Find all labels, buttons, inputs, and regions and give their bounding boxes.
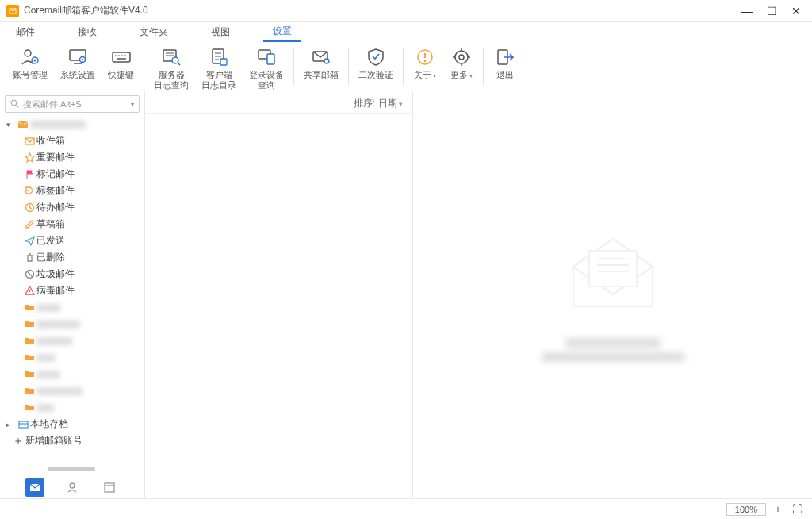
maximize-button[interactable]: ☐ <box>767 5 777 17</box>
tree-folder[interactable] <box>0 366 144 383</box>
tree-sent[interactable]: 已发送 <box>0 233 144 249</box>
folder-tree: ▾ 收件箱 重要邮件 标记邮件 标签邮件 待办邮件 草稿箱 已发送 已删除 垃圾… <box>0 116 144 466</box>
tab-mail[interactable] <box>25 478 44 497</box>
preview-panel <box>413 90 812 498</box>
close-button[interactable]: ✕ <box>791 5 801 17</box>
tree-virus[interactable]: 病毒邮件 <box>0 283 144 299</box>
folder-icon <box>22 302 36 313</box>
tree-folder[interactable] <box>0 399 144 416</box>
menu-view[interactable]: 视图 <box>201 23 239 41</box>
monitor-gear-icon <box>67 46 89 68</box>
account-name <box>30 121 86 129</box>
tab-contacts[interactable] <box>63 478 82 497</box>
archive-icon <box>16 419 30 429</box>
separator <box>293 48 294 86</box>
title-bar: Coremail邮箱客户端软件V4.0 — ☐ ✕ <box>0 0 812 22</box>
tree-important[interactable]: 重要邮件 <box>0 149 144 166</box>
menu-mail[interactable]: 邮件 <box>6 23 44 41</box>
fullscreen-button[interactable]: ⛶ <box>790 503 804 515</box>
svg-line-18 <box>178 63 180 65</box>
device-query-button[interactable]: 登录设备 查询 <box>243 44 290 92</box>
mail-share-icon <box>310 46 332 68</box>
sort-header[interactable]: 排序: 日期 ▾ <box>145 94 412 114</box>
tree-drafts[interactable]: 草稿箱 <box>0 216 144 233</box>
tree-local[interactable]: ▸本地存档 <box>0 416 144 432</box>
chevron-down-icon: ▾ <box>399 100 403 108</box>
status-bar: − 100% + ⛶ <box>0 498 812 519</box>
menu-folder[interactable]: 文件夹 <box>130 23 178 41</box>
separator <box>144 48 144 86</box>
svg-rect-23 <box>220 59 227 65</box>
chevron-right-icon[interactable]: ▸ <box>6 421 16 429</box>
keyboard-icon <box>110 46 132 68</box>
scrollbar-thumb[interactable] <box>48 467 95 471</box>
hotkeys-button[interactable]: 快捷键 <box>102 44 140 82</box>
menu-receive[interactable]: 接收 <box>68 23 106 41</box>
clock-icon <box>22 202 36 213</box>
folder-icon <box>22 369 36 379</box>
svg-point-27 <box>324 59 329 63</box>
menu-bar: 邮件 接收 文件夹 视图 设置 <box>0 22 812 41</box>
pencil-icon <box>22 219 36 229</box>
search-input[interactable]: 搜索邮件 Alt+S ▾ <box>5 95 140 113</box>
server-log-button[interactable]: 服务器 日志查询 <box>147 44 195 92</box>
search-icon <box>10 99 20 109</box>
tree-folder[interactable] <box>0 316 144 333</box>
tree-flagged[interactable]: 标记邮件 <box>0 166 144 183</box>
main-area: 搜索邮件 Alt+S ▾ ▾ 收件箱 重要邮件 标记邮件 标签邮件 待办邮件 草… <box>0 90 812 498</box>
warning-icon <box>22 286 36 296</box>
tree-add-account[interactable]: ＋新增邮箱账号 <box>0 432 144 449</box>
tree-folder[interactable] <box>0 299 144 316</box>
shared-mailbox-button[interactable]: 共享邮箱 <box>297 44 345 82</box>
more-button[interactable]: 更多▾ <box>443 44 480 83</box>
envelope-icon <box>557 223 668 321</box>
svg-point-9 <box>115 55 117 56</box>
about-button[interactable]: 关于▾ <box>407 44 443 83</box>
tree-inbox[interactable]: 收件箱 <box>0 133 144 149</box>
send-icon <box>22 236 36 246</box>
svg-rect-47 <box>19 421 28 428</box>
flag-icon <box>22 169 36 179</box>
separator <box>403 48 404 86</box>
menu-settings[interactable]: 设置 <box>263 22 301 42</box>
two-factor-button[interactable]: 二次验证 <box>352 44 400 82</box>
trash-icon <box>22 252 36 263</box>
preview-placeholder-text <box>542 333 684 367</box>
system-settings-button[interactable]: 系统设置 <box>54 44 102 82</box>
exit-button[interactable]: 退出 <box>487 44 523 82</box>
tab-calendar[interactable] <box>100 478 119 497</box>
svg-point-3 <box>34 60 36 62</box>
chevron-down-icon[interactable]: ▾ <box>131 101 134 108</box>
mail-list-panel: 排序: 日期 ▾ <box>145 90 413 498</box>
tree-tagged[interactable]: 标签邮件 <box>0 183 144 199</box>
sort-label: 排序: <box>354 97 375 110</box>
folder-icon <box>22 319 36 329</box>
gear-icon <box>450 46 473 68</box>
zoom-out-button[interactable]: − <box>707 503 722 515</box>
info-icon <box>414 46 436 68</box>
zoom-in-button[interactable]: + <box>771 503 785 515</box>
mail-icon <box>16 119 30 130</box>
tree-folder[interactable] <box>0 383 144 399</box>
tree-account[interactable]: ▾ <box>0 116 144 133</box>
tree-folder[interactable] <box>0 333 144 349</box>
account-mgmt-button[interactable]: 账号管理 <box>6 44 54 82</box>
svg-point-32 <box>459 55 464 60</box>
sidebar: 搜索邮件 Alt+S ▾ ▾ 收件箱 重要邮件 标记邮件 标签邮件 待办邮件 草… <box>0 90 145 498</box>
sort-value: 日期 <box>378 97 397 110</box>
tree-junk[interactable]: 垃圾邮件 <box>0 266 144 283</box>
devices-icon <box>255 46 278 68</box>
chevron-down-icon[interactable]: ▾ <box>6 121 16 129</box>
tree-deleted[interactable]: 已删除 <box>0 249 144 266</box>
shield-check-icon <box>365 46 387 68</box>
client-log-button[interactable]: 客户端 日志目录 <box>195 44 243 92</box>
folder-icon <box>22 402 36 413</box>
tree-folder[interactable] <box>0 349 144 366</box>
svg-point-7 <box>82 59 83 60</box>
zoom-level[interactable]: 100% <box>726 503 766 516</box>
minimize-button[interactable]: — <box>741 5 753 17</box>
svg-point-10 <box>118 55 120 56</box>
folder-icon <box>22 386 36 396</box>
search-placeholder: 搜索邮件 Alt+S <box>23 98 131 110</box>
tree-todo[interactable]: 待办邮件 <box>0 199 144 216</box>
